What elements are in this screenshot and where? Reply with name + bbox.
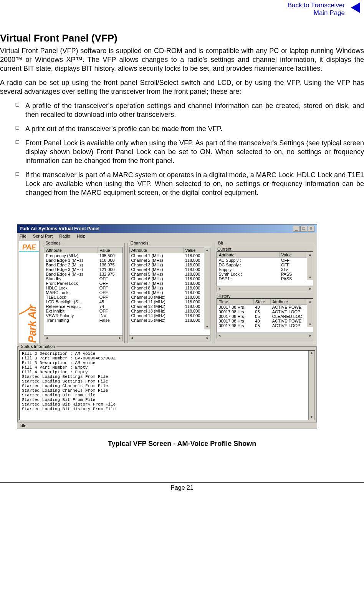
channels-listbox[interactable]: AttributeValue Channel 1 (MHz)118.000Cha… — [129, 247, 210, 335]
col-state[interactable]: State — [253, 299, 270, 305]
cell: DC Supply : — [217, 263, 280, 267]
scroll-down-icon[interactable]: ▼ — [311, 415, 313, 419]
cell: False — [98, 318, 122, 323]
scroll-left-icon[interactable]: ◄ — [45, 336, 48, 341]
table-row[interactable]: Channel 9 (MHz)118.000 — [130, 290, 210, 295]
status-line: Fill 4 Description : Empty — [22, 370, 312, 374]
scroll-up-icon[interactable]: ▲ — [308, 253, 312, 256]
status-legend: Status Information — [19, 344, 56, 349]
scroll-down-icon[interactable]: ▼ — [205, 325, 209, 329]
scroll-right-icon[interactable]: ► — [118, 336, 122, 341]
scroll-right-icon[interactable]: ► — [206, 336, 209, 341]
minimize-icon[interactable]: _ — [293, 226, 300, 232]
back-link-line1: Back to Transceiver — [288, 2, 345, 9]
table-row[interactable]: DC Supply :OFF — [217, 263, 313, 267]
cell: 05 — [253, 309, 270, 314]
maximize-icon[interactable]: □ — [300, 226, 307, 232]
cell: Channel 5 (MHz) — [130, 272, 184, 276]
table-row[interactable]: Channel 14 (MHz)118.000 — [130, 313, 210, 318]
cell: Band Edge 2 (MHz) — [45, 263, 98, 267]
table-row[interactable]: Channel 13 (MHz)118.000 — [130, 309, 210, 313]
scroll-up-icon[interactable]: ▲ — [308, 299, 312, 303]
page-heading: Virtual Front Panel (VFP) — [0, 32, 364, 44]
table-row[interactable]: Band Edge 3 (MHz)121.000 — [45, 267, 122, 272]
menu-help[interactable]: Help — [77, 234, 86, 238]
table-row[interactable]: Channel 12 (MHz)118.000 — [130, 304, 210, 309]
h-scrollbar[interactable]: ◄► — [217, 286, 313, 292]
table-row[interactable]: Channel 7 (MHz)118.000 — [130, 281, 210, 286]
table-row[interactable]: Frequency (MHz)135.500 — [45, 253, 122, 258]
scroll-right-icon[interactable]: ► — [309, 333, 312, 339]
table-row[interactable]: Band Edge 2 (MHz)136.975 — [45, 263, 122, 267]
table-row[interactable]: AC Supply :OFF — [217, 258, 313, 263]
table-row[interactable]: Channel 3 (MHz)118.000 — [130, 263, 210, 267]
cell: Channel 13 (MHz) — [130, 309, 184, 313]
table-row[interactable]: Reference Frequ...74 — [45, 304, 122, 309]
h-scrollbar[interactable]: ◄► — [129, 335, 210, 341]
table-row[interactable]: 00017:08 Hrs40ACTIVE POWE — [217, 319, 313, 323]
table-row[interactable]: Channel 15 (MHz)118.000 — [130, 318, 210, 323]
table-row[interactable]: Front Panel LockOFF — [45, 281, 122, 286]
col-time[interactable]: Time — [217, 299, 254, 305]
table-row[interactable]: T1E1 LockOFF — [45, 295, 122, 299]
table-row[interactable]: 00017:08 Hrs40ACTIVE POWE — [217, 305, 313, 310]
table-row[interactable]: VSWR PolarityINV — [45, 313, 122, 318]
cell: 00017:08 Hrs — [217, 319, 254, 323]
history-listbox[interactable]: Time State Attribute 00017:08 Hrs40ACTIV… — [217, 298, 313, 333]
scroll-left-icon[interactable]: ◄ — [218, 286, 221, 292]
table-row[interactable]: Synth Lock :PASS — [217, 272, 313, 276]
table-row[interactable]: Supply :31v — [217, 267, 313, 272]
table-row[interactable]: 00017:08 Hrs05ACTIVE LOOP — [217, 323, 313, 328]
cell: 00017:08 Hrs — [217, 309, 254, 314]
table-row[interactable]: StandbyOFF — [45, 276, 122, 281]
col-val[interactable]: Value — [98, 248, 122, 253]
table-row[interactable]: Channel 1 (MHz)118.000 — [130, 253, 210, 258]
table-row[interactable]: TransmittingFalse — [45, 318, 122, 323]
settings-group: Settings AttributeValue Frequency (MHz)1… — [42, 241, 125, 343]
scroll-left-icon[interactable]: ◄ — [218, 333, 221, 339]
scroll-down-icon[interactable]: ▼ — [308, 323, 312, 326]
cell: Channel 11 (MHz) — [130, 299, 184, 304]
scroll-down-icon[interactable]: ▼ — [308, 276, 312, 279]
table-row[interactable]: 00017:08 Hrs05CLEARED LOC — [217, 314, 313, 319]
table-row[interactable]: Band Edge 4 (MHz)132.975 — [45, 272, 122, 276]
close-icon[interactable]: × — [308, 226, 314, 232]
settings-listbox[interactable]: AttributeValue Frequency (MHz)135.500Ban… — [44, 247, 123, 335]
table-row[interactable]: 00017:08 Hrs05ACTIVE LOOP — [217, 309, 313, 314]
scroll-up-icon[interactable]: ▲ — [311, 351, 313, 355]
menu-serial-port[interactable]: Serial Port — [33, 234, 53, 238]
table-row[interactable]: HDLC LockOFF — [45, 286, 122, 290]
col-attr[interactable]: Attribute — [45, 248, 98, 253]
scroll-right-icon[interactable]: ► — [309, 286, 312, 292]
col-attr[interactable]: Attribute — [130, 248, 184, 253]
menu-radio[interactable]: Radio — [59, 234, 70, 238]
h-scrollbar[interactable]: ◄► — [44, 335, 123, 341]
table-row[interactable]: Band Edge 1 (MHz)118.000 — [45, 258, 122, 263]
cell: OFF — [98, 290, 122, 295]
v-scrollbar[interactable]: ▲▼ — [307, 299, 313, 327]
v-scrollbar[interactable]: ▲▼ — [204, 247, 210, 329]
table-row[interactable]: MARC LockOFF — [45, 290, 122, 295]
back-link[interactable]: Back to Transceiver Main Page — [0, 0, 364, 21]
v-scrollbar[interactable]: ▲▼ — [308, 351, 314, 420]
table-row[interactable]: Channel 5 (MHz)118.000 — [130, 272, 210, 276]
scroll-up-icon[interactable]: ▲ — [205, 248, 209, 252]
table-row[interactable]: Channel 6 (MHz)118.000 — [130, 276, 210, 281]
table-row[interactable]: Channel 8 (MHz)118.000 — [130, 286, 210, 290]
h-scrollbar[interactable]: ◄► — [217, 333, 313, 339]
col-attr[interactable]: Attribute — [217, 252, 280, 258]
table-row[interactable]: Channel 11 (MHz)118.000 — [130, 299, 210, 304]
table-row[interactable]: Channel 4 (MHz)118.000 — [130, 267, 210, 272]
status-textbox[interactable]: Fill 2 Description : AM VoiceFill 3 Part… — [19, 350, 315, 420]
table-row[interactable]: LCD Backlight (S...45 — [45, 299, 122, 304]
table-row[interactable]: DSP1 :PASS — [217, 276, 313, 281]
table-row[interactable]: Ext InhibitOFF — [45, 309, 122, 313]
status-line: Fill 2 Description : AM Voice — [22, 351, 312, 356]
table-row[interactable]: Channel 10 (MHz)118.000 — [130, 295, 210, 299]
scroll-left-icon[interactable]: ◄ — [130, 336, 134, 341]
current-listbox[interactable]: AttributeValue AC Supply :OFFDC Supply :… — [217, 251, 313, 286]
table-row[interactable]: Channel 2 (MHz)118.000 — [130, 258, 210, 263]
v-scrollbar[interactable]: ▲▼ — [307, 252, 313, 280]
cell: Band Edge 3 (MHz) — [45, 267, 98, 272]
menu-file[interactable]: File — [20, 234, 26, 238]
